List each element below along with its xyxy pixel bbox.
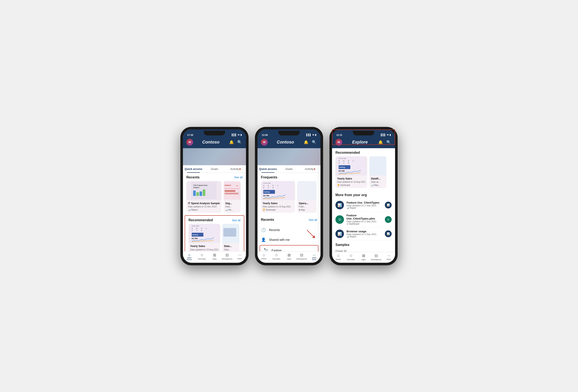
org-icon-1: 📊 xyxy=(336,201,344,209)
org-icon-3: 📊 xyxy=(336,230,344,238)
battery-icon-3: ▮ xyxy=(389,134,391,136)
frequent-card-1[interactable]: All time sales 40 01 21 0 Clothing 63.76… xyxy=(261,181,295,213)
card-body-1: IT Spend Analysis Sample Data updated on… xyxy=(186,200,222,213)
hero-1 xyxy=(183,148,246,165)
nav-workspaces-3[interactable]: ⊟ Workspaces xyxy=(370,253,383,261)
tab-goals-2[interactable]: Goals xyxy=(279,165,300,173)
svg-text:0: 0 xyxy=(196,227,197,229)
see-all-recents-1[interactable]: See all xyxy=(234,176,242,179)
search-icon-2[interactable]: 🔍 xyxy=(311,140,317,145)
frequents-cards-2: All time sales 40 01 21 0 Clothing 63.76… xyxy=(257,181,321,215)
bell-icon-3[interactable]: 🔔 xyxy=(378,140,384,145)
nav-workspaces-1[interactable]: ⊟ Workspaces xyxy=(221,253,234,261)
samples-title-3: Samples xyxy=(336,243,349,247)
recommended-card-1[interactable]: All time sales 40 01 21 0 Clothing xyxy=(189,224,220,251)
tab-quick-access-1[interactable]: Quick access xyxy=(183,165,204,173)
see-all-recommended-1[interactable]: See all xyxy=(232,219,241,222)
svg-text:1: 1 xyxy=(268,187,269,189)
recents-header-2: Recents See all xyxy=(257,215,321,223)
phone-1: 17:30 ▌▌▌ ≋ ▮ W Contoso 🔔 🔍 xyxy=(180,127,248,265)
nav-home-label-3: Home xyxy=(336,258,341,260)
favorites-icon-2: ☆ xyxy=(275,253,278,257)
report-icon-3-2: 📊 xyxy=(371,184,374,186)
org-sub-3: Data updated on 2 Sep 2021 xyxy=(346,233,382,236)
phone-2: 13:58 ▌▌▌ ≋ ▮ W Contoso 🔔 🔍 xyxy=(255,127,323,265)
menu-shared-2[interactable]: 👤 Shared with me xyxy=(257,235,321,245)
tab-quick-access-2[interactable]: Quick access xyxy=(257,165,279,173)
card-thumb-1: YTD IT Spend Trend Analysis xyxy=(186,181,222,200)
avatar-3[interactable]: W xyxy=(336,139,342,146)
header-title-3: Explore xyxy=(342,140,378,145)
recommended-header-1: Recommended See all xyxy=(185,216,244,224)
nav-favorites-1[interactable]: ☆ Favorites xyxy=(195,253,208,261)
avatar-1[interactable]: W xyxy=(186,139,193,146)
recent-card-2[interactable]: DEMOG 5... Seg... Data... 📊 xyxy=(224,181,241,213)
chart-icon-2: ⊙ xyxy=(338,217,341,221)
recent-card-1[interactable]: YTD IT Spend Trend Analysis IT Spend Ana… xyxy=(186,181,222,213)
svg-rect-5 xyxy=(199,192,202,196)
freq-subtitle-1: Data updated on 15 Aug 2021 xyxy=(263,205,293,208)
screen-wrapper-3: 12:31 ▌▌▌ ≋ ▮ W Explore 🔔 🔍 xyxy=(332,129,395,263)
svg-rect-26 xyxy=(223,228,236,237)
wifi-icon-2: ≋ xyxy=(312,134,314,136)
nav-apps-3[interactable]: ⊞ Apps xyxy=(357,253,370,261)
avatar-2[interactable]: W xyxy=(261,139,268,146)
tab-activity-1[interactable]: Activity xyxy=(225,165,246,173)
samples-subtitle-3: Power BI xyxy=(336,249,392,252)
see-all-recents-2[interactable]: See all xyxy=(309,218,317,221)
svg-text:1: 1 xyxy=(196,230,197,232)
search-icon-3[interactable]: 🔍 xyxy=(386,140,392,145)
recommended-header-3: Recommended xyxy=(332,148,395,156)
more-org-title-3: More from your org xyxy=(336,193,367,197)
svg-text:All time sales: All time sales xyxy=(339,158,346,159)
org-item-3[interactable]: 📊 Browser usage Data updated on 2 Sep 20… xyxy=(332,227,395,240)
opera-chart xyxy=(297,181,316,200)
wifi-icon-1: ≋ xyxy=(238,134,240,136)
svg-text:1: 1 xyxy=(353,160,354,162)
nav-more-2[interactable]: ··· More xyxy=(308,253,321,261)
nav-home-2[interactable]: ⌂ Home xyxy=(257,253,270,261)
recents-title-2: Recents xyxy=(261,218,274,222)
frequent-card-2[interactable]: Opera... Publi... ⊞ App xyxy=(297,181,316,213)
recommended-card-2[interactable]: Data... Data... 📊 Re... xyxy=(222,224,239,251)
bottom-nav-2: ⌂ Home ☆ Favorites ⊞ Apps ⊟ Workspaces ·… xyxy=(257,251,321,263)
bell-icon-2[interactable]: 🔔 xyxy=(303,140,309,145)
nav-workspaces-2[interactable]: ⊟ Workspaces xyxy=(295,253,308,261)
svg-text:4: 4 xyxy=(263,185,264,187)
nav-apps-1[interactable]: ⊞ Apps xyxy=(208,253,221,261)
tab-goals-1[interactable]: Goals xyxy=(204,165,225,173)
nav-more-label-3: More xyxy=(386,258,391,260)
org-item-1[interactable]: 📊 Feature Use_ClientTypes Data updated o… xyxy=(332,199,395,212)
nav-home-3[interactable]: ⌂ Home xyxy=(332,253,344,261)
explore-icon: 🔭 xyxy=(263,248,269,251)
search-icon-1[interactable]: 🔍 xyxy=(237,140,242,145)
bell-icon-1[interactable]: 🔔 xyxy=(229,140,235,145)
nav-favorites-2[interactable]: ☆ Favorites xyxy=(270,253,283,261)
svg-text:1: 1 xyxy=(343,162,344,164)
rec-title-3-2: DataR... xyxy=(371,177,385,181)
svg-text:4: 4 xyxy=(339,160,340,162)
menu-recents-2[interactable]: 🕐 Recents xyxy=(257,225,321,235)
nav-more-1[interactable]: ··· More xyxy=(234,253,246,261)
nav-more-3[interactable]: ··· More xyxy=(383,253,395,261)
recommended-title-1: Recommended xyxy=(189,218,213,222)
more-icon-1: ··· xyxy=(238,253,241,257)
rec-card-3-2[interactable]: DataR... Data up... 📊 Rep... xyxy=(369,156,386,188)
freq-title-1: Yearly Sales xyxy=(263,202,293,205)
menu-explore-2[interactable]: 🔭 Explore xyxy=(260,245,318,251)
nav-apps-2[interactable]: ⊞ Apps xyxy=(283,253,295,261)
org-item-2[interactable]: ⊙ Feature Use_ClientTypes.pbix Data upda… xyxy=(332,212,395,227)
clock-icon: 🕐 xyxy=(261,228,266,232)
rec-card-3-1[interactable]: All time sales 40 01 21 0 Clothing xyxy=(336,156,367,188)
card-body-2: Seg... Data... 📊 Re... xyxy=(224,200,241,213)
nav-favorites-3[interactable]: ☆ Favorites xyxy=(344,253,357,261)
rec-subtitle-3-2: Data up... xyxy=(371,181,385,183)
nav-apps-label-3: Apps xyxy=(361,258,366,261)
org-text-2: Feature Use_ClientTypes.pbix Data update… xyxy=(346,214,382,225)
svg-rect-6 xyxy=(203,190,205,196)
tab-activity-2[interactable]: Activity xyxy=(299,165,321,173)
nav-home-1[interactable]: ⌂ Home xyxy=(183,253,195,261)
scorecard-icon-3: 🏆 xyxy=(337,184,340,186)
nav-workspaces-label-2: Workspaces xyxy=(296,258,307,260)
org-text-1: Feature Use_ClientTypes Data updated on … xyxy=(346,201,382,209)
